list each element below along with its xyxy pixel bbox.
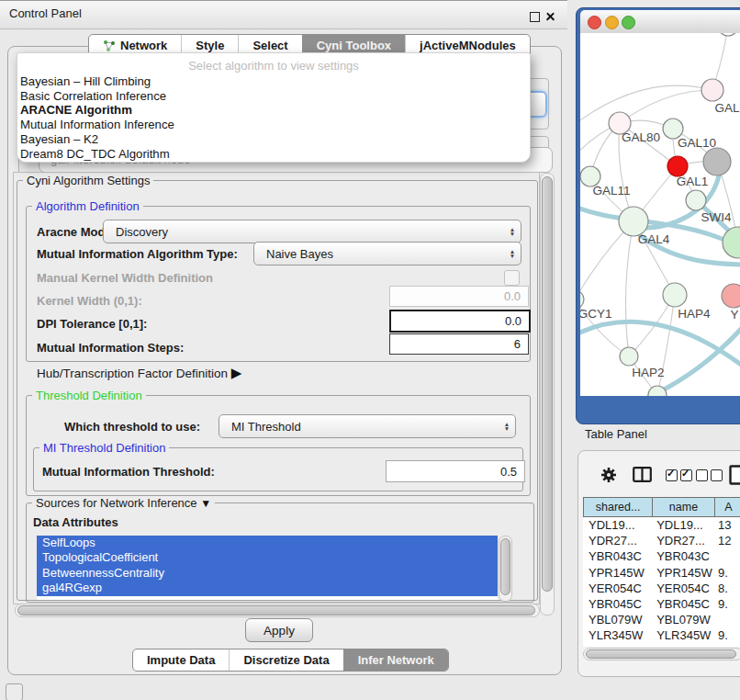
network-window-titlebar[interactable] (580, 10, 740, 34)
attribute-list-item[interactable]: gal4RGexp (37, 581, 498, 595)
network-node[interactable] (703, 148, 731, 175)
table-horizontal-scrollbar[interactable] (583, 648, 740, 660)
attribute-list-item[interactable]: SelfLoops (37, 536, 498, 550)
traffic-light-close-icon[interactable] (588, 16, 601, 29)
unchecked-pair-icon[interactable] (696, 469, 723, 481)
table-cell: YER054C (651, 581, 712, 596)
table-cell: 9. (712, 596, 740, 612)
manual-kernel-checkbox[interactable] (504, 270, 520, 286)
table-cell (712, 612, 740, 627)
table-row[interactable]: YBR045CYBR045C9. (583, 596, 740, 612)
gear-icon[interactable] (600, 466, 618, 488)
table-cell: YBR045C (651, 596, 712, 612)
table-cell: 9. (712, 565, 740, 581)
network-node-gcy1[interactable] (580, 290, 584, 309)
table-row[interactable]: YBL079WYBL079W (583, 612, 740, 627)
network-node-label: GAL (714, 101, 740, 115)
sources-title-text: Sources for Network Inference (36, 496, 197, 510)
float-window-icon[interactable] (530, 12, 540, 22)
cyni-settings-title: Cyni Algorithm Settings (23, 174, 153, 187)
algorithm-definition-title: Algorithm Definition (32, 199, 143, 213)
network-node-gal[interactable] (701, 79, 723, 101)
aracne-mode-value: Discovery (104, 225, 504, 239)
network-node-hap4[interactable] (663, 283, 687, 307)
which-threshold-label: Which threshold to use: (64, 420, 200, 434)
split-columns-icon[interactable] (633, 467, 652, 486)
algorithm-option[interactable]: Bayesian – K2 (17, 132, 530, 147)
traffic-light-minimize-icon[interactable] (605, 16, 619, 29)
combo-arrows-icon: ▲▼ (504, 249, 521, 259)
table-cell: YDR27... (651, 533, 712, 548)
traffic-light-zoom-icon[interactable] (622, 16, 635, 29)
algorithm-list: Bayesian – Hill ClimbingBasic Correlatio… (17, 74, 530, 161)
table-cell: YIL052C (583, 644, 651, 648)
table-cell: 12 (712, 533, 740, 548)
network-node-label: GAL4 (638, 232, 670, 246)
network-node-label: SWI4 (701, 210, 731, 224)
hub-definition-expander[interactable]: Hub/Transcription Factor Definition ▶ (37, 365, 241, 381)
network-canvas[interactable]: GALGAL80GAL10GAL1GAL11SWI4GAL4GCY1HAP4YH… (580, 33, 740, 396)
mi-threshold-field[interactable]: 0.5 (386, 460, 525, 482)
table-cell: 9. (712, 627, 740, 643)
which-threshold-combo[interactable]: MI Threshold ▲▼ (219, 414, 516, 438)
collapse-down-triangle-icon[interactable]: ▼ (200, 497, 211, 510)
table-cell: YLR345W (651, 627, 712, 643)
table-cell: YIL052C (651, 644, 712, 648)
kernel-width-field[interactable]: 0.0 (389, 286, 529, 307)
table-column-header[interactable]: shared... (583, 497, 653, 517)
network-node[interactable] (718, 33, 738, 36)
table-row[interactable]: YDR27...YDR27...12 (583, 533, 740, 548)
tab-impute-data[interactable]: Impute Data (133, 649, 229, 671)
algorithm-option[interactable]: Mutual Information Inference (17, 118, 530, 132)
table-cell (712, 548, 740, 564)
attribute-list-item[interactable]: TopologicalCoefficient (37, 550, 498, 565)
table-row[interactable]: YDL19...YDL19...13 (583, 517, 740, 533)
tab-infer-network[interactable]: Infer Network (343, 649, 448, 671)
table-cell: YBR043C (583, 548, 651, 564)
algorithm-option[interactable]: Basic Correlation Inference (17, 89, 530, 104)
table-cell: YBL079W (583, 612, 651, 627)
apply-button[interactable]: Apply (245, 618, 313, 642)
table-row[interactable]: YPR145WYPR145W9. (583, 565, 740, 581)
tab-label: Impute Data (147, 649, 215, 671)
algorithm-option[interactable]: ARACNE Algorithm (17, 103, 530, 118)
network-node-label: GAL10 (678, 136, 716, 150)
table-row[interactable]: YBR043CYBR043C (583, 548, 740, 564)
table-row[interactable]: YIL052CYIL052C0. (583, 644, 740, 648)
kernel-width-label: Kernel Width (0,1): (37, 294, 142, 308)
table-cell: YPR145W (651, 565, 712, 581)
dpi-tolerance-field[interactable]: 0.0 (389, 310, 531, 333)
aracne-mode-combo[interactable]: Discovery ▲▼ (103, 220, 521, 243)
tab-discretize-data[interactable]: Discretize Data (229, 649, 342, 671)
table-header: shared...nameA (583, 497, 740, 517)
network-edge (580, 322, 740, 371)
table-column-header[interactable]: name (653, 497, 714, 517)
new-column-icon[interactable] (729, 465, 740, 489)
tab-label: Discretize Data (243, 649, 329, 671)
table-row[interactable]: YER054CYER054C8. (583, 581, 740, 596)
minimized-panel-button[interactable] (6, 683, 23, 700)
attributes-list-scrollbar[interactable] (499, 536, 512, 602)
data-attributes-label: Data Attributes (33, 515, 118, 529)
algorithm-option[interactable]: Bayesian – Hill Climbing (17, 74, 530, 89)
table-body: YDL19...YDL19...13YDR27...YDR27...12YBR0… (583, 517, 740, 647)
network-node[interactable] (723, 227, 740, 258)
network-node-y[interactable] (722, 284, 740, 308)
network-node-hap2[interactable] (620, 347, 638, 366)
threshold-definition-title: Threshold Definition (32, 389, 146, 402)
algorithm-option[interactable]: Dream8 DC_TDC Algorithm (17, 147, 530, 162)
network-node-gal1[interactable] (667, 156, 688, 176)
table-column-header[interactable]: A (715, 497, 740, 517)
network-icon (103, 40, 116, 52)
mi-type-combo[interactable]: Naive Bayes ▲▼ (253, 242, 521, 265)
bottom-tabbar: Impute DataDiscretize DataInfer Network (132, 649, 449, 672)
settings-horizontal-scrollbar[interactable] (15, 604, 540, 617)
mi-steps-field[interactable]: 6 (389, 333, 529, 355)
attribute-list-item[interactable]: BetweennessCentrality (37, 566, 498, 581)
checked-pair-icon[interactable] (666, 469, 692, 481)
settings-vertical-scrollbar[interactable] (540, 173, 555, 615)
table-cell: 8. (712, 581, 740, 596)
network-node-swi4[interactable] (686, 190, 706, 210)
table-row[interactable]: YLR345WYLR345W9. (583, 627, 740, 643)
close-icon[interactable] (545, 12, 555, 22)
